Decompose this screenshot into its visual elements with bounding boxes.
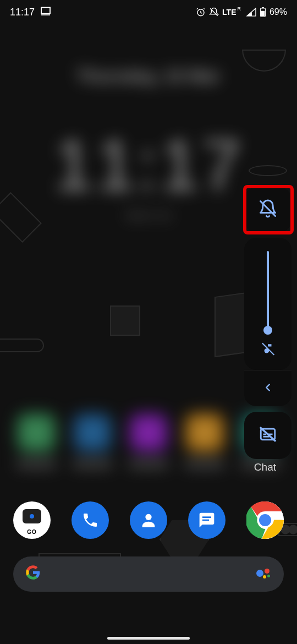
google-search-bar[interactable]: [13, 556, 284, 592]
dock-app-chrome[interactable]: [246, 501, 284, 539]
widget-date: Thursday, 10 Mar: [0, 66, 297, 86]
google-g-icon: [25, 565, 41, 584]
dock-app-contacts[interactable]: [130, 501, 167, 539]
chevron-left-icon: [262, 381, 274, 396]
app-label-chat: Chat: [254, 461, 276, 473]
svg-point-7: [145, 514, 151, 520]
dock-app-camera-go[interactable]: GO: [13, 501, 51, 539]
volume-settings-expand-button[interactable]: [244, 370, 292, 406]
ringer-mode-button[interactable]: [244, 187, 292, 232]
svg-rect-9: [202, 520, 209, 521]
dock: GO: [0, 501, 297, 592]
music-off-icon: [261, 342, 275, 359]
svg-rect-15: [262, 342, 275, 354]
dock-app-phone[interactable]: [72, 501, 109, 539]
bell-off-icon: [258, 199, 278, 221]
media-volume-slider-card: [244, 238, 292, 370]
google-assistant-icon[interactable]: [255, 566, 272, 582]
media-volume-thumb[interactable]: [263, 326, 272, 335]
svg-rect-8: [202, 516, 211, 518]
camera-go-label: GO: [27, 529, 37, 535]
live-caption-toggle[interactable]: [244, 412, 292, 459]
gesture-nav-handle[interactable]: [107, 637, 190, 640]
svg-point-12: [259, 514, 271, 526]
media-volume-slider[interactable]: [267, 251, 269, 332]
captions-off-icon: [258, 425, 277, 446]
dock-app-messages[interactable]: [188, 501, 226, 539]
volume-panel: [244, 187, 292, 459]
